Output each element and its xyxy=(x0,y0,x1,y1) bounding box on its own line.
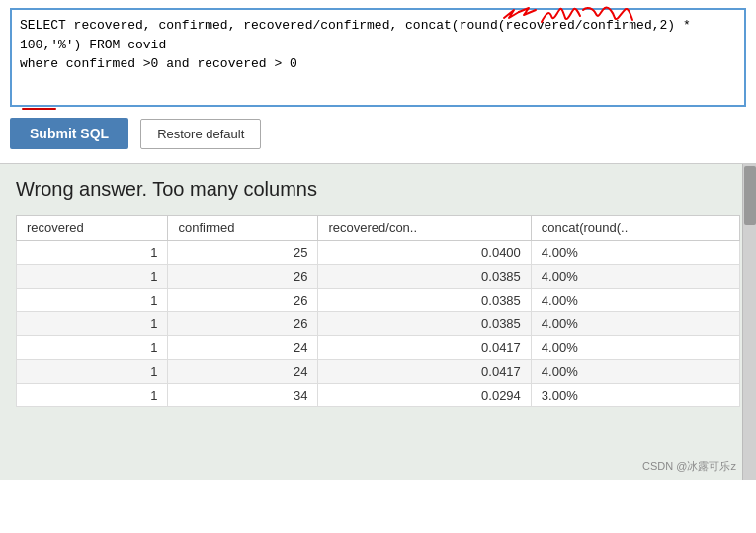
table-row: 1260.03854.00% xyxy=(17,289,740,312)
table-cell: 25 xyxy=(168,241,318,265)
watermark: CSDN @冰露可乐z xyxy=(642,459,736,474)
table-row: 1240.04174.00% xyxy=(17,336,740,360)
result-table: recoveredconfirmedrecovered/con..concat(… xyxy=(16,215,740,407)
table-row: 1260.03854.00% xyxy=(17,265,740,289)
table-cell: 24 xyxy=(168,336,318,360)
table-cell: 26 xyxy=(168,289,318,312)
scrollbar-thumb[interactable] xyxy=(744,166,756,225)
table-cell: 0.0294 xyxy=(318,384,531,407)
table-cell: 4.00% xyxy=(531,312,739,336)
table-cell: 34 xyxy=(168,384,318,407)
table-cell: 0.0417 xyxy=(318,336,531,360)
table-row: 1240.04174.00% xyxy=(17,360,740,384)
table-cell: 0.0400 xyxy=(318,241,531,265)
table-cell: 1 xyxy=(17,312,168,336)
table-row: 1250.04004.00% xyxy=(17,241,740,265)
table-cell: 1 xyxy=(17,384,168,407)
table-cell: 1 xyxy=(17,265,168,289)
table-row: 1340.02943.00% xyxy=(17,384,740,407)
table-cell: 0.0417 xyxy=(318,360,531,384)
table-cell: 0.0385 xyxy=(318,265,531,289)
table-header-cell: concat(round(.. xyxy=(531,216,739,241)
table-cell: 4.00% xyxy=(531,289,739,312)
table-cell: 26 xyxy=(168,312,318,336)
submit-sql-button[interactable]: Submit SQL xyxy=(10,118,128,149)
table-header-cell: recovered/con.. xyxy=(318,216,531,241)
sql-textarea[interactable]: SELECT recovered, confirmed, recovered/c… xyxy=(10,8,746,107)
underline-mark xyxy=(22,108,56,110)
table-header-cell: recovered xyxy=(17,216,168,241)
table-cell: 24 xyxy=(168,360,318,384)
table-cell: 26 xyxy=(168,265,318,289)
table-header-cell: confirmed xyxy=(168,216,318,241)
table-cell: 1 xyxy=(17,241,168,265)
table-cell: 1 xyxy=(17,289,168,312)
table-cell: 1 xyxy=(17,336,168,360)
table-cell: 4.00% xyxy=(531,360,739,384)
table-cell: 1 xyxy=(17,360,168,384)
result-title: Wrong answer. Too many columns xyxy=(16,178,740,201)
table-cell: 3.00% xyxy=(531,384,739,407)
result-area: Wrong answer. Too many columns recovered… xyxy=(0,163,756,480)
table-cell: 4.00% xyxy=(531,336,739,360)
table-cell: 0.0385 xyxy=(318,289,531,312)
table-row: 1260.03854.00% xyxy=(17,312,740,336)
scrollbar[interactable] xyxy=(742,164,756,480)
table-cell: 0.0385 xyxy=(318,312,531,336)
restore-default-button[interactable]: Restore default xyxy=(140,119,261,149)
table-cell: 4.00% xyxy=(531,265,739,289)
table-cell: 4.00% xyxy=(531,241,739,265)
